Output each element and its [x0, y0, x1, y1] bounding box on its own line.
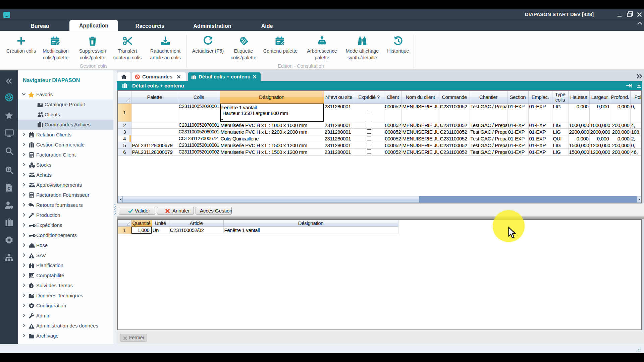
- svg-text:€: €: [8, 186, 10, 191]
